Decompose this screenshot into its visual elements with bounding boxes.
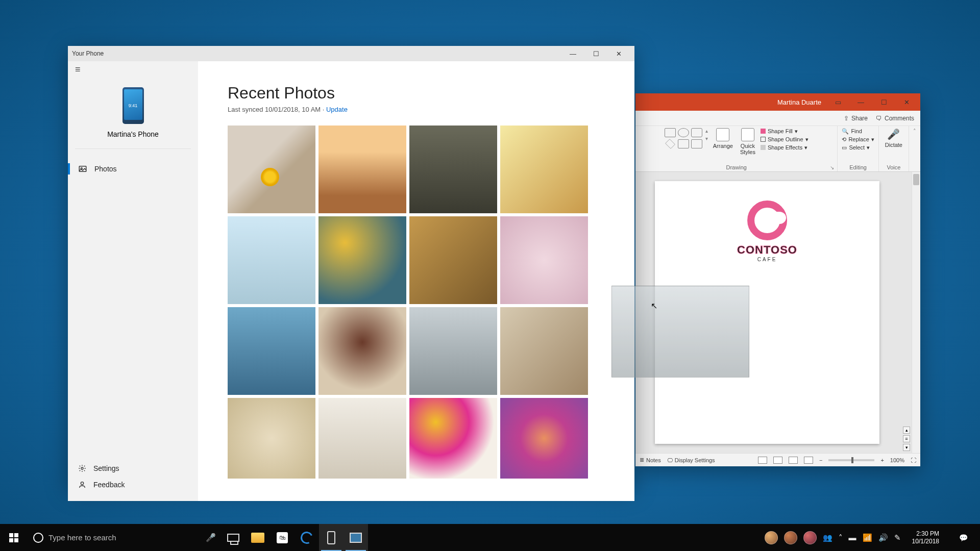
windows-logo-icon: [9, 533, 18, 542]
ppt-account-icon[interactable]: ▭: [826, 94, 849, 110]
photo-thumbnail[interactable]: [409, 307, 497, 395]
yourphone-titlebar[interactable]: Your Phone — ☐ ✕: [68, 46, 634, 61]
tray-chevron-up-icon[interactable]: ˄: [839, 533, 843, 542]
close-button[interactable]: ✕: [895, 94, 918, 110]
people-button[interactable]: 👥: [823, 533, 832, 542]
replace-button[interactable]: ⟲Replace▾: [842, 136, 874, 143]
powerpoint-window: Martina Duarte ▭ — ☐ ✕ ⇪Share 🗨Comments …: [635, 93, 920, 466]
zoom-out-button[interactable]: −: [819, 457, 822, 463]
clock-date: 10/1/2018: [912, 538, 939, 545]
photo-thumbnail[interactable]: [228, 307, 315, 395]
people-avatar[interactable]: [784, 531, 797, 544]
minimize-button[interactable]: —: [849, 94, 872, 110]
people-avatar[interactable]: [765, 531, 778, 544]
taskbar-clock[interactable]: 2:30 PM 10/1/2018: [907, 530, 944, 545]
start-button[interactable]: [0, 524, 27, 551]
search-placeholder: Type here to search: [48, 533, 116, 542]
pen-icon[interactable]: ✎: [894, 533, 901, 542]
photos-icon: [78, 164, 87, 173]
ppt-ribbon: ▴▾ Arrange Quick Styles Shape Fill▾ Shap…: [635, 126, 920, 172]
ribbon-dialog-launcher[interactable]: ↘: [830, 165, 834, 170]
sidebar-item-photos[interactable]: Photos: [68, 160, 198, 178]
close-button[interactable]: ✕: [607, 46, 630, 61]
sidebar-item-feedback[interactable]: Feedback: [68, 477, 198, 493]
people-avatar[interactable]: [803, 531, 817, 544]
photos-app-icon: [350, 533, 362, 543]
display-icon: 🖵: [667, 457, 673, 463]
dictate-button[interactable]: 🎤Dictate: [883, 128, 904, 148]
photo-thumbnail[interactable]: [318, 126, 406, 213]
vertical-scrollbar[interactable]: [912, 172, 920, 453]
replace-icon: ⟲: [842, 136, 846, 143]
ppt-share-bar: ⇪Share 🗨Comments: [635, 111, 920, 126]
yourphone-taskbar-button[interactable]: [319, 524, 344, 551]
file-explorer-button[interactable]: [246, 524, 270, 551]
photos-taskbar-button[interactable]: [344, 524, 368, 551]
photo-thumbnail[interactable]: [500, 398, 588, 479]
task-view-button[interactable]: [221, 524, 246, 551]
maximize-button[interactable]: ☐: [872, 94, 895, 110]
photo-thumbnail[interactable]: [409, 398, 497, 479]
arrange-button[interactable]: Arrange: [711, 128, 735, 149]
maximize-button[interactable]: ☐: [584, 46, 607, 61]
yourphone-window: Your Phone — ☐ ✕ ≡ 9:41 Martina's Phone …: [68, 46, 634, 487]
action-center-button[interactable]: 💬: [950, 534, 976, 542]
slide-menu-button[interactable]: ≡: [903, 435, 910, 442]
microphone-icon: 🎤: [887, 128, 900, 140]
photo-thumbnail[interactable]: [228, 398, 315, 479]
notification-icon: 💬: [959, 534, 968, 542]
next-slide-button[interactable]: ▾: [903, 444, 910, 451]
photo-thumbnail[interactable]: [409, 126, 497, 213]
edge-browser-button[interactable]: [295, 524, 319, 551]
photo-thumbnail[interactable]: [228, 126, 315, 213]
outline-icon: [761, 137, 766, 142]
volume-icon[interactable]: 🔊: [878, 533, 888, 542]
shape-fill-button[interactable]: Shape Fill▾: [761, 128, 808, 135]
display-settings-button[interactable]: 🖵Display Settings: [667, 457, 715, 463]
hamburger-button[interactable]: ≡: [68, 61, 198, 78]
system-tray: 👥 ˄ ▬ 📶 🔊 ✎ 2:30 PM 10/1/2018 💬: [765, 530, 980, 545]
palette-down-icon[interactable]: ▾: [705, 136, 708, 141]
sorter-view-button[interactable]: [773, 457, 782, 464]
ppt-user-name[interactable]: Martina Duarte: [777, 98, 821, 106]
ribbon-collapse-icon[interactable]: ˄: [913, 128, 916, 135]
palette-up-icon[interactable]: ▴: [705, 128, 708, 134]
shape-outline-button[interactable]: Shape Outline▾: [761, 136, 808, 143]
photo-thumbnail[interactable]: [409, 216, 497, 304]
share-button[interactable]: ⇪Share: [844, 115, 868, 122]
fit-window-button[interactable]: ⛶: [911, 457, 916, 463]
photo-thumbnail[interactable]: [500, 307, 588, 395]
ribbon-group-label: Drawing: [726, 163, 747, 170]
quick-styles-button[interactable]: Quick Styles: [738, 128, 757, 155]
photo-thumbnail[interactable]: [318, 398, 406, 479]
microphone-button[interactable]: 🎤: [201, 533, 221, 542]
select-button[interactable]: ▭Select▾: [842, 144, 874, 151]
find-icon: 🔍: [842, 128, 849, 135]
minimize-button[interactable]: —: [561, 46, 584, 61]
prev-slide-button[interactable]: ▴: [903, 427, 910, 434]
battery-icon[interactable]: ▬: [849, 533, 856, 542]
slideshow-view-button[interactable]: [804, 457, 813, 464]
powerpoint-titlebar[interactable]: Martina Duarte ▭ — ☐ ✕: [635, 93, 920, 111]
photo-thumbnail[interactable]: [500, 126, 588, 213]
microsoft-store-button[interactable]: 🛍: [270, 524, 295, 551]
update-link[interactable]: Update: [326, 106, 348, 113]
zoom-slider[interactable]: [828, 459, 874, 461]
photo-thumbnail[interactable]: [318, 307, 406, 395]
comments-button[interactable]: 🗨Comments: [876, 115, 914, 122]
photo-thumbnail[interactable]: [318, 216, 406, 304]
normal-view-button[interactable]: [758, 457, 767, 464]
find-button[interactable]: 🔍Find: [842, 128, 874, 135]
shape-effects-button[interactable]: Shape Effects▾: [761, 144, 808, 151]
photo-thumbnail[interactable]: [500, 216, 588, 304]
phone-device-icon: 9:41: [122, 87, 144, 124]
taskbar-search[interactable]: Type here to search: [27, 524, 201, 551]
reading-view-button[interactable]: [789, 457, 798, 464]
zoom-in-button[interactable]: +: [880, 457, 884, 463]
wifi-icon[interactable]: 📶: [863, 533, 872, 542]
photo-thumbnail[interactable]: [228, 216, 315, 304]
shape-palette[interactable]: [665, 128, 702, 148]
sidebar-item-settings[interactable]: Settings: [68, 460, 198, 477]
notes-button[interactable]: ≣Notes: [640, 457, 661, 463]
zoom-level[interactable]: 100%: [890, 457, 904, 463]
